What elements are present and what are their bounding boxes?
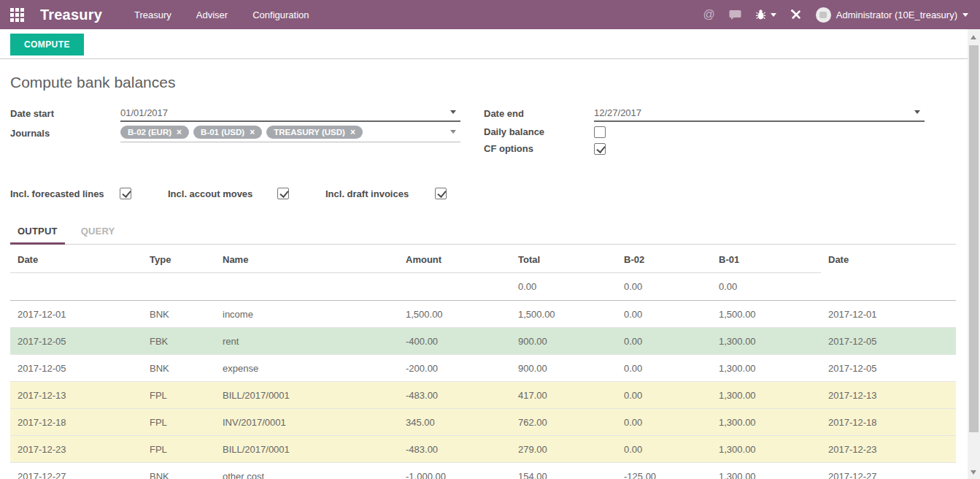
incl-account-moves-checkbox[interactable] xyxy=(277,188,289,199)
table-cell: -200.00 xyxy=(398,355,511,382)
table-cell: 2017-12-01 xyxy=(10,301,142,328)
chevron-down-icon[interactable] xyxy=(914,110,920,114)
table-cell: FPL xyxy=(142,382,215,409)
incl-draft-invoices-checkbox[interactable] xyxy=(435,188,447,199)
table-cell: -125.00 xyxy=(617,463,711,479)
menu-configuration[interactable]: Configuration xyxy=(252,9,309,20)
table-cell: 2017-12-18 xyxy=(10,409,142,436)
date-start-label: Date start xyxy=(10,108,120,119)
table-cell: 2017-12-27 xyxy=(821,463,956,479)
app-brand: Treasury xyxy=(40,7,102,23)
table-cell: 0.00 xyxy=(617,436,711,463)
date-end-input[interactable]: 12/27/2017 xyxy=(594,106,925,122)
table-row[interactable]: 2017-12-01BNKincome1,500.001,500.000.001… xyxy=(10,301,956,328)
opening-cell xyxy=(398,273,511,301)
chat-bubble-icon[interactable] xyxy=(729,9,741,20)
table-cell: other cost xyxy=(215,463,398,479)
journal-tag[interactable]: B-01 (USD)× xyxy=(193,126,262,139)
column-header: Amount xyxy=(398,245,511,273)
table-row[interactable]: 2017-12-18FPLINV/2017/0001345.00762.000.… xyxy=(10,409,956,436)
table-cell: 279.00 xyxy=(511,436,617,463)
menu-treasury[interactable]: Treasury xyxy=(134,9,171,20)
table-cell: 2017-12-27 xyxy=(10,463,142,479)
table-cell: -483.00 xyxy=(398,436,511,463)
table-cell: 0.00 xyxy=(617,328,711,355)
column-header: Type xyxy=(142,245,215,273)
scroll-down-icon[interactable] xyxy=(971,470,976,475)
tag-remove-icon[interactable]: × xyxy=(250,128,255,137)
opening-cell: 0.00 xyxy=(711,273,821,301)
table-cell: BILL/2017/0001 xyxy=(215,436,398,463)
page-title: Compute bank balances xyxy=(10,74,956,91)
tag-remove-icon[interactable]: × xyxy=(350,128,355,137)
column-header: B-02 xyxy=(617,245,711,273)
chevron-down-icon[interactable] xyxy=(450,130,456,134)
table-cell: 2017-12-05 xyxy=(10,355,142,382)
table-cell: -483.00 xyxy=(398,382,511,409)
table-row[interactable]: 2017-12-13FPLBILL/2017/0001-483.00417.00… xyxy=(10,382,956,409)
table-cell: 1,300.00 xyxy=(711,409,821,436)
table-body: 2017-12-01BNKincome1,500.001,500.000.001… xyxy=(10,301,956,479)
table-cell: 2017-12-23 xyxy=(821,436,956,463)
table-cell: 1,300.00 xyxy=(711,328,821,355)
table-row[interactable]: 2017-12-05FBKrent-400.00900.000.001,300.… xyxy=(10,328,956,355)
table-cell: 2017-12-05 xyxy=(821,355,956,382)
table-cell: 2017-12-13 xyxy=(821,382,956,409)
user-menu[interactable]: Administrator (10E_treasury) xyxy=(816,7,968,23)
opening-cell: 0.00 xyxy=(511,273,617,301)
debug-menu[interactable] xyxy=(755,9,776,20)
cf-options-label: CF options xyxy=(484,143,594,154)
daily-balance-checkbox[interactable] xyxy=(594,126,606,138)
date-start-input[interactable]: 01/01/2017 xyxy=(120,106,460,122)
column-header: Total xyxy=(511,245,617,273)
incl-draft-invoices-label: Incl. draft invoices xyxy=(325,188,435,199)
wrench-icon[interactable] xyxy=(790,9,802,20)
tab-query[interactable]: QUERY xyxy=(74,221,123,245)
main-menu: Treasury Adviser Configuration xyxy=(134,9,309,20)
table-row[interactable]: 2017-12-27BNKother cost-1,000.00154.00-1… xyxy=(10,463,956,479)
journal-tag[interactable]: TREASURY (USD)× xyxy=(266,126,363,139)
output-table: DateTypeNameAmountTotalB-02B-01Date 0.00… xyxy=(10,245,956,479)
vertical-scrollbar[interactable] xyxy=(968,29,980,479)
table-cell: INV/2017/0001 xyxy=(215,409,398,436)
opening-cell xyxy=(821,273,956,301)
table-cell: BNK xyxy=(142,355,215,382)
table-cell: 2017-12-23 xyxy=(10,436,142,463)
journal-tag[interactable]: B-02 (EUR)× xyxy=(120,126,189,139)
compute-button[interactable]: COMPUTE xyxy=(10,34,84,55)
cf-options-checkbox[interactable] xyxy=(594,143,606,155)
table-cell: BNK xyxy=(142,301,215,328)
table-cell: 2017-12-01 xyxy=(821,301,956,328)
chevron-down-icon xyxy=(962,13,968,17)
tag-remove-icon[interactable]: × xyxy=(177,128,182,137)
table-cell: 1,500.00 xyxy=(711,301,821,328)
tab-output[interactable]: OUTPUT xyxy=(10,221,65,245)
incl-forecasted-checkbox[interactable] xyxy=(120,188,131,199)
apps-grid-icon[interactable] xyxy=(10,8,24,22)
scrollbar-thumb[interactable] xyxy=(969,45,979,432)
table-cell: -1,000.00 xyxy=(398,463,511,479)
table-cell: 0.00 xyxy=(617,409,711,436)
scroll-up-icon[interactable] xyxy=(971,35,976,39)
journals-tags: B-02 (EUR)×B-01 (USD)×TREASURY (USD)× xyxy=(120,126,363,139)
journals-input[interactable]: B-02 (EUR)×B-01 (USD)×TREASURY (USD)× xyxy=(120,125,460,142)
table-cell: FPL xyxy=(142,436,215,463)
table-row[interactable]: 2017-12-23FPLBILL/2017/0001-483.00279.00… xyxy=(10,436,956,463)
table-cell: 417.00 xyxy=(511,382,617,409)
date-end-label: Date end xyxy=(484,108,594,119)
journals-label: Journals xyxy=(10,128,120,139)
table-cell: 0.00 xyxy=(617,301,711,328)
at-sign-icon[interactable]: @ xyxy=(703,8,715,21)
menu-adviser[interactable]: Adviser xyxy=(196,9,228,20)
user-name: Administrator (10E_treasury) xyxy=(836,9,957,20)
include-options-row: Incl. forecasted lines Incl. accout move… xyxy=(10,188,956,199)
opening-row: 0.000.000.00 xyxy=(10,273,956,301)
table-cell: BILL/2017/0001 xyxy=(215,382,398,409)
notebook-tabs: OUTPUT QUERY xyxy=(10,221,956,245)
daily-balance-label: Daily balance xyxy=(484,126,594,137)
incl-forecasted-label: Incl. forecasted lines xyxy=(10,188,120,199)
avatar xyxy=(816,7,831,23)
table-row[interactable]: 2017-12-05BNKexpense-200.00900.000.001,3… xyxy=(10,355,956,382)
chevron-down-icon[interactable] xyxy=(450,110,456,114)
table-cell: 2017-12-05 xyxy=(821,328,956,355)
